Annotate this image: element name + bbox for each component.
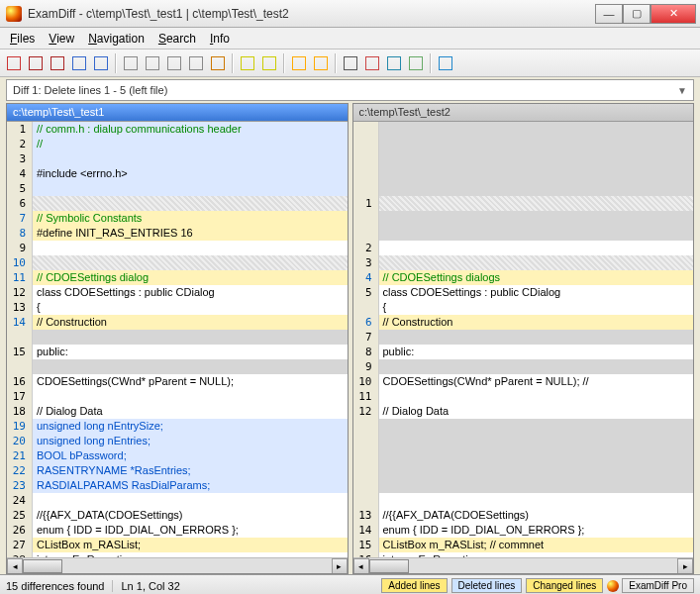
star1-icon[interactable] (289, 53, 309, 73)
code-row[interactable] (353, 122, 694, 137)
code-row[interactable]: 5 (7, 181, 348, 196)
code-row[interactable]: 7 (353, 330, 694, 345)
code-row[interactable] (353, 463, 694, 478)
menu-navigation[interactable]: Navigation (88, 32, 145, 46)
code-row[interactable]: 9 (353, 359, 694, 374)
scroll-left-icon[interactable]: ◂ (353, 558, 369, 574)
panel4-icon[interactable] (186, 53, 206, 73)
menu-view[interactable]: View (49, 32, 74, 46)
code-row[interactable] (353, 151, 694, 166)
code-row[interactable] (353, 419, 694, 434)
code-row[interactable]: 8#define INIT_RAS_ENTRIES 16 (7, 226, 348, 241)
diff-selector[interactable]: Diff 1: Delete lines 1 - 5 (left file) ▼ (6, 79, 694, 101)
code-row[interactable]: 11// CDOESettings dialog (7, 270, 348, 285)
code-row[interactable]: 8public: (353, 345, 694, 359)
code-row[interactable] (353, 211, 694, 226)
menu-files[interactable]: Files (10, 32, 35, 46)
code-row[interactable]: 14 enum { IDD = IDD_DIAL_ON_ERRORS }; (353, 523, 694, 538)
code-row[interactable]: 12// Dialog Data (353, 404, 694, 419)
line-number: 16 (353, 552, 379, 557)
code-row[interactable] (353, 181, 694, 196)
code-row[interactable]: 5class CDOESettings : public CDialog (353, 285, 694, 300)
menu-info[interactable]: Info (210, 32, 230, 46)
code-row[interactable]: 6 // Construction (353, 315, 694, 330)
menu-search[interactable]: Search (158, 32, 196, 46)
cherry2-icon[interactable] (48, 53, 67, 73)
code-row[interactable] (353, 478, 694, 493)
line-number: 2 (353, 241, 379, 255)
code-row[interactable]: 4// CDOESettings dialogs (353, 270, 694, 285)
code-row[interactable]: 22 RASENTRYNAME *RasEntries; (7, 463, 348, 478)
panel1-icon[interactable] (121, 53, 141, 73)
help-icon[interactable] (436, 53, 455, 73)
code-row[interactable]: 13{ (7, 300, 348, 315)
save1-icon[interactable] (69, 53, 89, 73)
code-row[interactable]: 6 (7, 196, 348, 211)
save2-icon[interactable] (91, 53, 111, 73)
scroll-right-icon[interactable]: ▸ (677, 558, 693, 574)
code-row[interactable]: 14// Construction (7, 315, 348, 330)
code-row[interactable]: 1 (353, 196, 694, 211)
code-row[interactable] (7, 359, 348, 374)
code-row[interactable]: 26 enum { IDD = IDD_DIAL_ON_ERRORS }; (7, 523, 348, 538)
left-code-area[interactable]: 1// comm.h : dialup communications heade… (7, 122, 348, 557)
code-row[interactable]: 28 int m_nErrReporting; (7, 552, 348, 557)
code-row[interactable]: { (353, 300, 694, 315)
right-pane-header[interactable]: c:\temp\Test\_test2 (353, 104, 694, 122)
code-row[interactable]: 23 RASDIALPARAMS RasDialParams; (7, 478, 348, 493)
right-h-scrollbar[interactable]: ◂ ▸ (353, 557, 694, 573)
code-row[interactable]: 25 //{{AFX_DATA(CDOESettings) (7, 508, 348, 523)
close-button[interactable]: ✕ (650, 4, 696, 24)
scroll-left-icon[interactable]: ◂ (7, 558, 23, 574)
code-row[interactable]: 3 (7, 151, 348, 166)
panel5-icon[interactable] (208, 53, 228, 73)
code-row[interactable] (353, 137, 694, 151)
maximize-button[interactable]: ▢ (623, 4, 650, 24)
right-code-area[interactable]: 1 234// CDOESettings dialogs5class CDOES… (353, 122, 694, 557)
panel3-icon[interactable] (164, 53, 184, 73)
code-row[interactable] (353, 448, 694, 463)
minimize-button[interactable]: — (595, 4, 623, 24)
left-h-scrollbar[interactable]: ◂ ▸ (7, 557, 348, 573)
arrows-icon[interactable] (384, 53, 404, 73)
code-row[interactable]: 19 unsigned long nEntrySize; (7, 419, 348, 434)
scroll-right-icon[interactable]: ▸ (332, 558, 348, 574)
code-row[interactable] (353, 166, 694, 181)
binoc-icon[interactable] (341, 53, 360, 73)
code-row[interactable]: 1// comm.h : dialup communications heade… (7, 122, 348, 137)
code-row[interactable] (353, 493, 694, 508)
code-row[interactable] (353, 226, 694, 241)
code-row[interactable]: 18// Dialog Data (7, 404, 348, 419)
sheet-icon[interactable] (406, 53, 426, 73)
star2-icon[interactable] (311, 53, 331, 73)
code-row[interactable]: 12class CDOESettings : public CDialog (7, 285, 348, 300)
panel2-icon[interactable] (143, 53, 162, 73)
code-row[interactable]: 10 CDOESettings(CWnd* pParent = NULL); /… (353, 374, 694, 389)
code-row[interactable]: 10 (7, 255, 348, 270)
code-row[interactable]: 27 CListBox m_RASList; (7, 538, 348, 552)
code-row[interactable] (353, 434, 694, 448)
code-row[interactable]: 17 (7, 389, 348, 404)
code-row[interactable]: 4#include <errno.h> (7, 166, 348, 181)
code-row[interactable]: 13 //{{AFX_DATA(CDOESettings) (353, 508, 694, 523)
left-pane-header[interactable]: c:\temp\Test\_test1 (7, 104, 348, 122)
code-row[interactable]: 3 (353, 255, 694, 270)
code-row[interactable]: 24 (7, 493, 348, 508)
cube-icon[interactable] (362, 53, 382, 73)
code-row[interactable]: 21 BOOL bPassword; (7, 448, 348, 463)
code-row[interactable]: 7// Symbolic Constants (7, 211, 348, 226)
down-icon[interactable] (259, 53, 279, 73)
code-row[interactable]: 11 (353, 389, 694, 404)
up-icon[interactable] (238, 53, 257, 73)
code-row[interactable] (7, 330, 348, 345)
code-row[interactable]: 2 (353, 241, 694, 255)
code-row[interactable]: 20 unsigned long nEntries; (7, 434, 348, 448)
code-row[interactable]: 9 (7, 241, 348, 255)
apple-icon[interactable] (4, 53, 24, 73)
code-row[interactable]: 2// (7, 137, 348, 151)
code-row[interactable]: 15public: (7, 345, 348, 359)
code-row[interactable]: 16 int m_nErrReporting; (353, 552, 694, 557)
code-row[interactable]: 15 CListBox m_RASList; // commnet (353, 538, 694, 552)
cherry1-icon[interactable] (26, 53, 46, 73)
code-row[interactable]: 16 CDOESettings(CWnd* pParent = NULL); (7, 374, 348, 389)
